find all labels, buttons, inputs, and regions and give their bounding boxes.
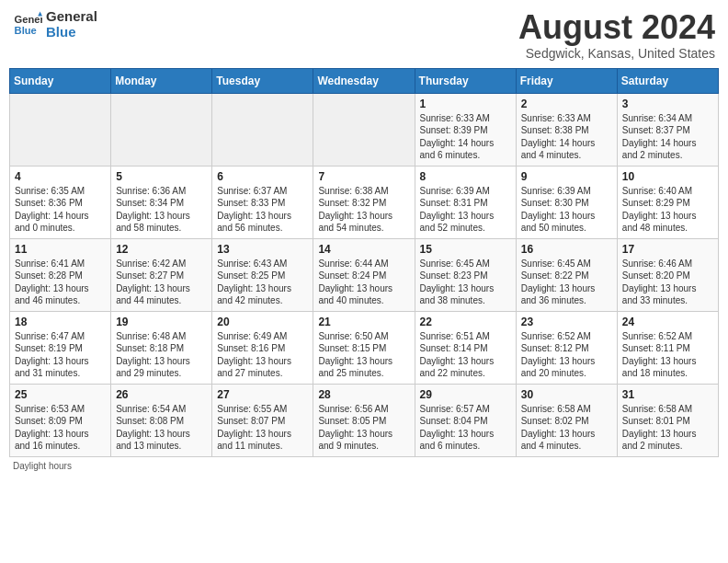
day-number: 11 — [15, 243, 106, 256]
day-number: 10 — [622, 170, 713, 183]
calendar-cell: 30Sunrise: 6:58 AM Sunset: 8:02 PM Dayli… — [516, 384, 617, 456]
day-number: 15 — [420, 243, 511, 256]
day-number: 14 — [318, 243, 409, 256]
calendar-cell: 22Sunrise: 6:51 AM Sunset: 8:14 PM Dayli… — [415, 311, 516, 384]
calendar-week-1: 1Sunrise: 6:33 AM Sunset: 8:39 PM Daylig… — [10, 93, 719, 166]
day-info: Sunrise: 6:44 AM Sunset: 8:24 PM Dayligh… — [318, 258, 409, 307]
calendar-cell: 16Sunrise: 6:45 AM Sunset: 8:22 PM Dayli… — [516, 238, 617, 311]
day-info: Sunrise: 6:46 AM Sunset: 8:20 PM Dayligh… — [622, 258, 713, 307]
day-number: 18 — [15, 316, 106, 328]
day-info: Sunrise: 6:42 AM Sunset: 8:27 PM Dayligh… — [116, 258, 207, 307]
day-info: Sunrise: 6:52 AM Sunset: 8:11 PM Dayligh… — [622, 330, 713, 380]
day-number: 1 — [420, 98, 511, 110]
day-number: 22 — [420, 316, 511, 328]
calendar-week-3: 11Sunrise: 6:41 AM Sunset: 8:28 PM Dayli… — [10, 238, 719, 311]
day-number: 25 — [15, 388, 106, 401]
calendar-cell: 2Sunrise: 6:33 AM Sunset: 8:38 PM Daylig… — [516, 93, 617, 166]
calendar-week-4: 18Sunrise: 6:47 AM Sunset: 8:19 PM Dayli… — [10, 311, 719, 384]
calendar-header-saturday: Saturday — [617, 68, 718, 93]
day-number: 3 — [622, 98, 713, 110]
day-info: Sunrise: 6:45 AM Sunset: 8:22 PM Dayligh… — [521, 258, 612, 307]
day-info: Sunrise: 6:36 AM Sunset: 8:34 PM Dayligh… — [116, 185, 207, 235]
calendar-cell: 28Sunrise: 6:56 AM Sunset: 8:05 PM Dayli… — [313, 384, 415, 456]
month-year-title: August 2024 — [518, 9, 715, 46]
day-number: 19 — [116, 316, 207, 328]
day-number: 27 — [217, 388, 308, 401]
calendar-cell: 23Sunrise: 6:52 AM Sunset: 8:12 PM Dayli… — [516, 311, 617, 384]
calendar-header-monday: Monday — [111, 68, 212, 93]
day-info: Sunrise: 6:38 AM Sunset: 8:32 PM Dayligh… — [318, 185, 409, 235]
day-info: Sunrise: 6:40 AM Sunset: 8:29 PM Dayligh… — [622, 185, 713, 235]
day-info: Sunrise: 6:43 AM Sunset: 8:25 PM Dayligh… — [217, 258, 308, 307]
day-number: 24 — [622, 316, 713, 328]
day-number: 30 — [521, 388, 612, 401]
day-number: 23 — [521, 316, 612, 328]
day-info: Sunrise: 6:39 AM Sunset: 8:31 PM Dayligh… — [420, 185, 511, 235]
calendar-cell: 26Sunrise: 6:54 AM Sunset: 8:08 PM Dayli… — [111, 384, 212, 456]
day-number: 8 — [420, 170, 511, 183]
day-number: 17 — [622, 243, 713, 256]
day-info: Sunrise: 6:33 AM Sunset: 8:39 PM Dayligh… — [420, 112, 511, 162]
day-info: Sunrise: 6:47 AM Sunset: 8:19 PM Dayligh… — [15, 330, 106, 380]
day-info: Sunrise: 6:33 AM Sunset: 8:38 PM Dayligh… — [521, 112, 612, 162]
calendar-cell — [313, 93, 415, 166]
day-number: 7 — [318, 170, 409, 183]
day-info: Sunrise: 6:55 AM Sunset: 8:07 PM Dayligh… — [217, 403, 308, 453]
day-number: 21 — [318, 316, 409, 328]
calendar-cell: 8Sunrise: 6:39 AM Sunset: 8:31 PM Daylig… — [415, 166, 516, 238]
day-info: Sunrise: 6:53 AM Sunset: 8:09 PM Dayligh… — [15, 403, 106, 453]
day-info: Sunrise: 6:45 AM Sunset: 8:23 PM Dayligh… — [420, 258, 511, 307]
calendar-cell: 11Sunrise: 6:41 AM Sunset: 8:28 PM Dayli… — [10, 238, 111, 311]
calendar-cell: 7Sunrise: 6:38 AM Sunset: 8:32 PM Daylig… — [313, 166, 415, 238]
calendar-cell: 25Sunrise: 6:53 AM Sunset: 8:09 PM Dayli… — [10, 384, 111, 456]
calendar-cell — [10, 93, 111, 166]
day-number: 12 — [116, 243, 207, 256]
day-info: Sunrise: 6:48 AM Sunset: 8:18 PM Dayligh… — [116, 330, 207, 380]
calendar-cell: 9Sunrise: 6:39 AM Sunset: 8:30 PM Daylig… — [516, 166, 617, 238]
day-info: Sunrise: 6:52 AM Sunset: 8:12 PM Dayligh… — [521, 330, 612, 380]
calendar-header-friday: Friday — [516, 68, 617, 93]
logo: General Blue General Blue — [13, 9, 97, 40]
day-info: Sunrise: 6:54 AM Sunset: 8:08 PM Dayligh… — [116, 403, 207, 453]
footer-note: Daylight hours — [9, 461, 719, 471]
calendar-cell: 1Sunrise: 6:33 AM Sunset: 8:39 PM Daylig… — [415, 93, 516, 166]
day-info: Sunrise: 6:58 AM Sunset: 8:01 PM Dayligh… — [622, 403, 713, 453]
day-number: 13 — [217, 243, 308, 256]
calendar-header-sunday: Sunday — [10, 68, 111, 93]
calendar-table: SundayMondayTuesdayWednesdayThursdayFrid… — [9, 68, 719, 457]
calendar-week-2: 4Sunrise: 6:35 AM Sunset: 8:36 PM Daylig… — [10, 166, 719, 238]
calendar-cell: 6Sunrise: 6:37 AM Sunset: 8:33 PM Daylig… — [212, 166, 313, 238]
day-number: 26 — [116, 388, 207, 401]
calendar-header-tuesday: Tuesday — [212, 68, 313, 93]
day-info: Sunrise: 6:51 AM Sunset: 8:14 PM Dayligh… — [420, 330, 511, 380]
svg-text:Blue: Blue — [15, 24, 37, 35]
calendar-cell: 29Sunrise: 6:57 AM Sunset: 8:04 PM Dayli… — [415, 384, 516, 456]
day-info: Sunrise: 6:56 AM Sunset: 8:05 PM Dayligh… — [318, 403, 409, 453]
calendar-cell: 4Sunrise: 6:35 AM Sunset: 8:36 PM Daylig… — [10, 166, 111, 238]
calendar-cell: 14Sunrise: 6:44 AM Sunset: 8:24 PM Dayli… — [313, 238, 415, 311]
calendar-header-thursday: Thursday — [415, 68, 516, 93]
calendar-week-5: 25Sunrise: 6:53 AM Sunset: 8:09 PM Dayli… — [10, 384, 719, 456]
calendar-cell: 18Sunrise: 6:47 AM Sunset: 8:19 PM Dayli… — [10, 311, 111, 384]
day-info: Sunrise: 6:35 AM Sunset: 8:36 PM Dayligh… — [15, 185, 106, 235]
calendar-cell: 13Sunrise: 6:43 AM Sunset: 8:25 PM Dayli… — [212, 238, 313, 311]
day-info: Sunrise: 6:50 AM Sunset: 8:15 PM Dayligh… — [318, 330, 409, 380]
day-info: Sunrise: 6:57 AM Sunset: 8:04 PM Dayligh… — [420, 403, 511, 453]
title-area: August 2024 Sedgwick, Kansas, United Sta… — [518, 9, 715, 61]
day-number: 31 — [622, 388, 713, 401]
day-number: 20 — [217, 316, 308, 328]
day-number: 2 — [521, 98, 612, 110]
day-number: 5 — [116, 170, 207, 183]
day-number: 4 — [15, 170, 106, 183]
day-info: Sunrise: 6:58 AM Sunset: 8:02 PM Dayligh… — [521, 403, 612, 453]
calendar-cell: 10Sunrise: 6:40 AM Sunset: 8:29 PM Dayli… — [617, 166, 718, 238]
calendar-cell: 3Sunrise: 6:34 AM Sunset: 8:37 PM Daylig… — [617, 93, 718, 166]
calendar-cell: 24Sunrise: 6:52 AM Sunset: 8:11 PM Dayli… — [617, 311, 718, 384]
logo-line2: Blue — [46, 25, 97, 40]
calendar-cell: 21Sunrise: 6:50 AM Sunset: 8:15 PM Dayli… — [313, 311, 415, 384]
calendar-cell: 19Sunrise: 6:48 AM Sunset: 8:18 PM Dayli… — [111, 311, 212, 384]
calendar-cell: 17Sunrise: 6:46 AM Sunset: 8:20 PM Dayli… — [617, 238, 718, 311]
day-number: 28 — [318, 388, 409, 401]
day-number: 6 — [217, 170, 308, 183]
logo-icon: General Blue — [13, 10, 42, 40]
